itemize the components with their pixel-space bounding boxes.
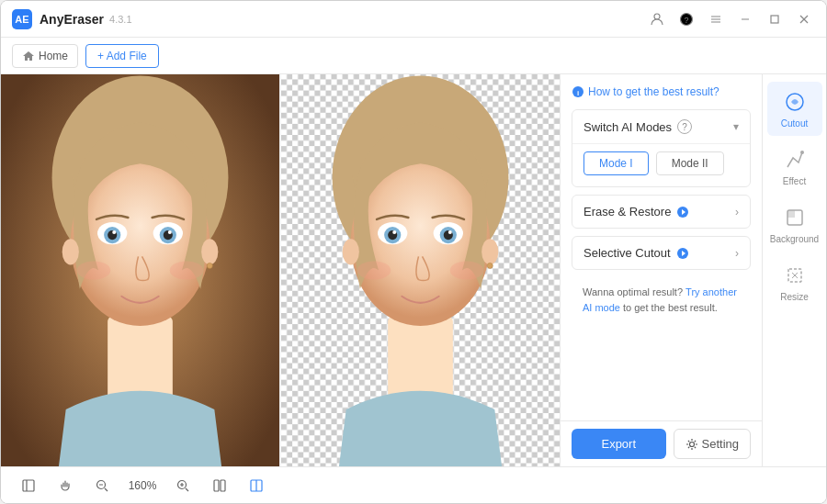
zoom-out-button[interactable] (89, 473, 115, 498)
switch-modes-help-icon[interactable]: ? (677, 119, 692, 134)
main-content: i How to get the best result? Switch AI … (1, 74, 826, 466)
original-image-panel (1, 74, 279, 466)
maximize-button[interactable] (764, 8, 786, 30)
svg-text:?: ? (684, 16, 688, 25)
compare-button[interactable] (207, 473, 232, 498)
switch-ai-modes-header[interactable]: Switch AI Modes ? ▾ (572, 110, 750, 143)
processed-image (281, 74, 560, 466)
switch-ai-modes-section: Switch AI Modes ? ▾ Mode I Mode II (572, 109, 751, 187)
svg-point-23 (77, 261, 110, 279)
sidebar-item-resize[interactable]: Resize (767, 255, 822, 309)
svg-point-42 (448, 230, 452, 234)
hand-tool-button[interactable] (52, 473, 78, 498)
svg-rect-69 (214, 480, 219, 491)
svg-point-56 (800, 151, 804, 154)
app-version: 4.3.1 (109, 14, 131, 25)
info-icon: i (572, 85, 584, 98)
svg-point-43 (357, 261, 391, 279)
menu-button[interactable] (705, 8, 727, 30)
resize-label: Resize (780, 292, 809, 302)
panel-footer: Export Setting (561, 420, 762, 466)
mode1-button[interactable]: Mode I (583, 151, 649, 175)
zoom-out-icon (96, 479, 108, 492)
original-image (1, 74, 279, 466)
sidebar-item-background[interactable]: Background (767, 197, 822, 252)
effect-label: Effect (783, 176, 806, 186)
app-name: AnyEraser (40, 12, 104, 27)
split-view-icon (249, 478, 264, 493)
switch-modes-chevron: ▾ (733, 120, 739, 133)
optimal-text: Wanna optimal result? Try another AI mod… (572, 277, 751, 322)
panel-content: i How to get the best result? Switch AI … (561, 74, 762, 420)
erase-restore-header[interactable]: Erase & Restore › (572, 196, 750, 228)
resize-icon (782, 263, 808, 288)
svg-point-24 (170, 261, 203, 279)
svg-rect-58 (787, 210, 795, 218)
svg-line-63 (105, 488, 108, 491)
setting-button[interactable]: Setting (674, 429, 751, 459)
minimize-button[interactable] (734, 8, 756, 30)
sidebar-item-effect[interactable]: Effect (767, 140, 822, 194)
best-result-link[interactable]: i How to get the best result? (572, 85, 751, 98)
images-container (1, 74, 560, 466)
svg-rect-70 (221, 480, 225, 491)
app-logo: AE (12, 9, 32, 29)
right-sidebar: Cutout Effect Background R (762, 74, 826, 466)
setting-label: Setting (702, 437, 739, 451)
cutout-icon (782, 89, 808, 115)
svg-point-21 (112, 230, 116, 234)
optimal-prefix: Wanna optimal result? (583, 286, 685, 297)
panel-toggle-button[interactable] (16, 473, 41, 498)
zoom-percent: 160% (126, 479, 159, 492)
right-panel: i How to get the best result? Switch AI … (560, 74, 762, 466)
background-label: Background (770, 234, 819, 244)
home-button[interactable]: Home (12, 44, 78, 68)
erase-restore-left: Erase & Restore (583, 205, 689, 218)
add-file-button[interactable]: + Add File (85, 44, 159, 68)
svg-point-44 (450, 261, 483, 279)
split-view-button[interactable] (244, 473, 269, 498)
svg-text:i: i (577, 89, 579, 97)
home-label: Home (39, 50, 68, 62)
svg-rect-7 (771, 16, 778, 23)
mode2-button[interactable]: Mode II (656, 151, 724, 175)
user-icon-btn[interactable] (646, 8, 668, 30)
title-bar: AE AnyEraser 4.3.1 ? (1, 1, 826, 38)
panel-toggle-icon (21, 478, 36, 493)
svg-point-45 (343, 239, 359, 264)
help-button[interactable]: ? (675, 8, 697, 30)
svg-line-66 (186, 488, 188, 491)
zoom-in-button[interactable] (170, 473, 196, 498)
svg-point-46 (481, 239, 498, 264)
cutout-label: Cutout (781, 118, 808, 129)
sidebar-item-cutout[interactable]: Cutout (767, 82, 822, 136)
setting-icon (685, 438, 698, 451)
best-result-text: How to get the best result? (588, 85, 719, 98)
canvas-area[interactable] (1, 74, 560, 466)
close-button[interactable] (793, 8, 815, 30)
svg-point-25 (62, 239, 79, 264)
bottom-toolbar: 160% (1, 466, 826, 503)
switch-ai-modes-content: Mode I Mode II (572, 143, 750, 186)
erase-restore-label: Erase & Restore (583, 205, 671, 218)
effect-icon (782, 147, 808, 173)
hand-icon (58, 478, 73, 493)
ai-modes-row: Mode I Mode II (583, 151, 739, 175)
background-icon (782, 205, 808, 230)
export-button[interactable]: Export (572, 429, 666, 459)
svg-point-27 (207, 263, 212, 268)
svg-point-26 (201, 239, 218, 264)
svg-point-47 (487, 263, 493, 268)
processed-image-panel (281, 74, 560, 466)
toolbar: Home + Add File (1, 38, 826, 74)
add-file-label: + Add File (97, 50, 147, 62)
selective-cutout-chevron: › (735, 247, 739, 260)
section-header-left: Switch AI Modes ? (583, 119, 692, 134)
erase-restore-section: Erase & Restore › (572, 195, 751, 229)
window-controls: ? (646, 8, 815, 30)
selective-cutout-header[interactable]: Selective Cutout › (572, 237, 750, 269)
optimal-suffix: to get the best result. (620, 302, 718, 313)
selective-cutout-left: Selective Cutout (583, 246, 689, 260)
erase-restore-chevron: › (735, 206, 739, 218)
selective-cutout-icon (676, 247, 689, 260)
